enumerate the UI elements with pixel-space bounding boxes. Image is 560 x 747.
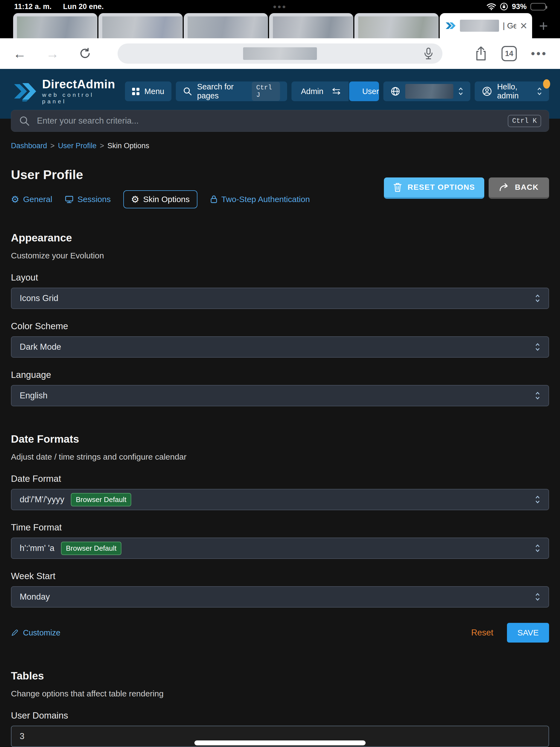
new-tab-button[interactable]: + [539,17,548,35]
week-start-value: Monday [20,592,50,602]
directadmin-header: DirectAdmin web control panel Menu Searc… [0,69,560,110]
breadcrumb: Dashboard > User Profile > Skin Options [11,141,549,150]
language-select[interactable]: English [11,385,549,406]
safari-toolbar: ← → 14 ••• [0,38,560,69]
date-format-select[interactable]: dd'/'M'/'yyyy Browser Default [11,489,549,510]
microphone-icon[interactable] [423,48,434,60]
directadmin-logo: DirectAdmin web control panel [13,78,117,105]
directadmin-logo-icon [13,78,36,104]
chevron-updown-icon [535,342,540,352]
monitor-icon [65,195,74,204]
blurred-language-name [405,84,453,99]
time-format-select[interactable]: h':'mm' 'a Browser Default [11,538,549,559]
back-button[interactable]: BACK [489,177,549,199]
multitask-dots-icon: ••• [273,1,287,12]
reset-options-label: RESET OPTIONS [407,183,475,192]
reload-icon[interactable] [79,47,91,60]
admin-label: Admin [301,87,323,96]
section-subtitle: Customize your Evolution [11,251,549,260]
section-title-tables: Tables [11,670,549,682]
browser-tab[interactable] [184,13,268,38]
user-segment[interactable]: User [349,81,379,101]
search-icon [19,115,30,126]
menu-label: Menu [144,87,164,96]
battery-icon [531,3,546,10]
status-time: 11:12 a. m. [14,2,52,11]
browser-tab[interactable] [98,13,183,38]
customize-link[interactable]: Customize [11,628,60,637]
customize-label: Customize [23,628,60,637]
breadcrumb-separator: > [50,141,55,150]
tab-overview-button[interactable]: 14 [502,46,517,61]
tab-two-step-authentication[interactable]: Two-Step Authentication [210,195,310,204]
reset-options-button[interactable]: RESET OPTIONS [384,177,484,199]
breadcrumb-user-profile[interactable]: User Profile [58,141,97,150]
browser-tab[interactable] [354,13,439,38]
safari-tab-strip: | Ge × + [0,13,560,38]
tab-general[interactable]: ⚙ General [11,195,52,204]
tab-label: Sessions [77,195,111,204]
shortcut-badge: Ctrl J [252,82,280,101]
browser-tab[interactable] [13,13,97,38]
swap-arrows-icon [332,87,341,95]
admin-segment[interactable]: Admin [291,81,348,101]
ios-status-bar: 11:12 a. m. Lun 20 ene. ••• 93% [0,0,560,13]
time-format-value: h':'mm' 'a [20,543,54,553]
breadcrumb-current: Skin Options [107,141,149,150]
tab-label: General [23,195,52,204]
close-tab-icon[interactable]: × [520,20,527,32]
account-menu-button[interactable]: Hello, admin [475,81,549,101]
home-indicator[interactable] [195,741,365,745]
breadcrumb-separator: > [100,141,104,150]
brand-name: DirectAdmin [42,78,117,91]
shortcut-badge: Ctrl K [508,115,541,127]
forward-icon: → [46,46,59,61]
rotation-lock-icon [500,2,508,11]
search-band: Enter your search criteria... Ctrl K [0,110,560,132]
browser-more-icon[interactable]: ••• [531,48,548,60]
browser-tab[interactable] [269,13,353,38]
back-label: BACK [515,183,539,192]
blurred-tab-preview [273,17,353,38]
layout-select[interactable]: Icons Grid [11,288,549,309]
menu-button[interactable]: Menu [125,81,172,101]
user-domains-value: 3 [20,731,24,741]
section-title-date-formats: Date Formats [11,433,549,445]
color-scheme-select[interactable]: Dark Mode [11,336,549,358]
search-pages-button[interactable]: Search for pages Ctrl J [176,81,287,101]
tab-skin-options[interactable]: ⚙ Skin Options [123,190,198,208]
section-subtitle: Change options that affect table renderi… [11,689,549,698]
notification-dot [543,79,550,88]
wifi-icon [487,3,496,10]
breadcrumb-dashboard[interactable]: Dashboard [11,141,47,150]
admin-user-toggle: Admin User [291,81,379,101]
blurred-tab-preview [358,17,439,38]
blurred-tab-title [460,20,499,32]
address-bar[interactable] [118,44,442,64]
section-title-appearance: Appearance [11,232,549,244]
save-button[interactable]: SAVE [507,623,549,643]
brand-tagline: web control panel [42,92,117,105]
reset-link[interactable]: Reset [471,628,493,638]
gear-icon: ⚙ [131,195,139,204]
grid-icon [132,88,139,95]
language-selector[interactable] [383,81,470,101]
browser-tab-active[interactable]: | Ge × [440,13,532,38]
search-criteria-input[interactable]: Enter your search criteria... Ctrl K [11,110,549,132]
greeting-label: Hello, admin [497,82,532,100]
blurred-url [243,47,317,60]
chevron-updown-icon [535,543,540,553]
chevron-updown-icon [535,495,540,505]
lock-icon [210,195,218,204]
directadmin-favicon [445,20,456,31]
share-icon[interactable] [475,46,487,61]
week-start-select[interactable]: Monday [11,586,549,608]
back-icon[interactable]: ← [13,46,26,61]
tab-sessions[interactable]: Sessions [65,195,111,204]
globe-icon [390,86,400,96]
search-pages-label: Search for pages [197,82,247,100]
color-scheme-value: Dark Mode [20,342,61,352]
browser-default-badge: Browser Default [61,542,121,555]
trash-icon [393,182,402,192]
time-format-label: Time Format [11,522,549,533]
